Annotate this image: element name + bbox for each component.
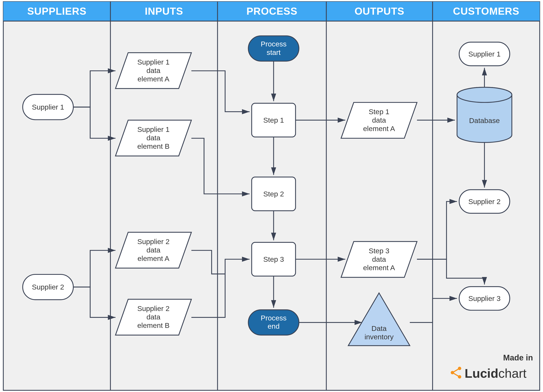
svg-text:data: data	[147, 134, 160, 142]
svg-text:Step 3: Step 3	[263, 255, 284, 263]
svg-text:Process: Process	[261, 40, 287, 48]
col-inputs: INPUTS	[145, 6, 183, 17]
svg-text:element A: element A	[138, 75, 170, 83]
supplier1-label: Supplier 1	[32, 103, 64, 111]
svg-text:Database: Database	[469, 117, 500, 125]
col-suppliers: SUPPLIERS	[27, 6, 86, 17]
svg-text:Step 3: Step 3	[369, 247, 389, 255]
col-customers: CUSTOMERS	[453, 6, 519, 17]
col-process: PROCESS	[246, 6, 297, 17]
svg-text:element A: element A	[138, 254, 170, 263]
svg-text:data: data	[147, 313, 160, 321]
svg-text:Supplier 2: Supplier 2	[468, 198, 501, 206]
svg-text:data: data	[147, 67, 160, 75]
svg-text:Supplier 1: Supplier 1	[468, 50, 501, 58]
svg-text:Supplier 1: Supplier 1	[137, 125, 170, 134]
svg-text:Supplier 2: Supplier 2	[137, 305, 170, 313]
svg-text:Supplier 1: Supplier 1	[137, 58, 170, 66]
database-node	[457, 87, 512, 143]
svg-text:Supplier 2: Supplier 2	[137, 238, 170, 246]
svg-text:Step 1: Step 1	[263, 116, 284, 124]
svg-text:data: data	[372, 255, 386, 263]
svg-point-34	[457, 87, 512, 102]
brand-lucid: Lucidchart	[464, 366, 526, 380]
svg-text:element A: element A	[363, 125, 395, 133]
svg-text:Supplier 3: Supplier 3	[468, 295, 501, 302]
supplier2-label: Supplier 2	[32, 283, 64, 291]
svg-text:data: data	[372, 116, 386, 124]
svg-text:element A: element A	[363, 264, 395, 272]
made-in-label: Made in	[503, 353, 533, 362]
svg-text:Step 2: Step 2	[263, 190, 284, 198]
svg-text:Process: Process	[261, 314, 287, 322]
svg-text:element B: element B	[137, 142, 170, 150]
svg-text:element B: element B	[137, 321, 170, 330]
sipoc-diagram: SUPPLIERS INPUTS PROCESS OUTPUTS CUSTOME…	[0, 0, 543, 392]
svg-text:end: end	[268, 322, 280, 330]
col-outputs: OUTPUTS	[355, 6, 404, 17]
svg-text:start: start	[267, 48, 281, 56]
svg-text:Data: Data	[371, 325, 386, 332]
svg-text:Step 1: Step 1	[369, 108, 389, 116]
svg-text:inventory: inventory	[364, 333, 394, 341]
svg-text:data: data	[147, 246, 160, 254]
